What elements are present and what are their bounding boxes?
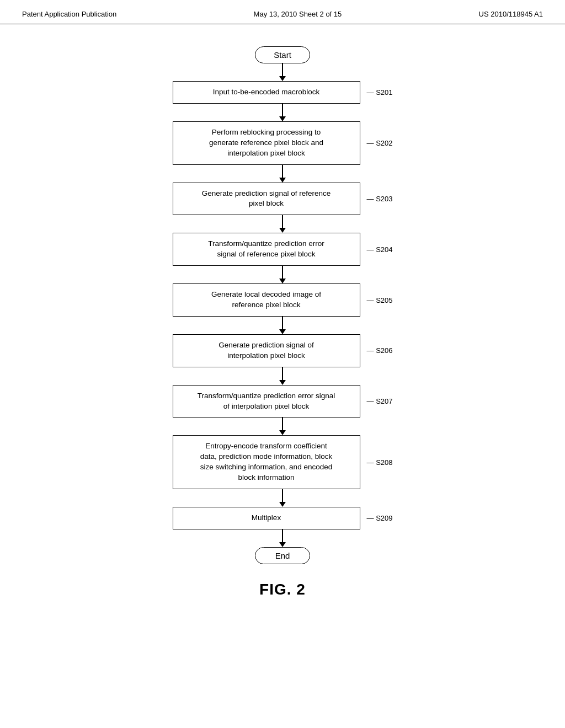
step-label-s205: S205 [367, 296, 393, 304]
arrow-line-5 [282, 317, 283, 329]
start-node: Start [255, 46, 310, 63]
header-right: US 2010/118945 A1 [479, 10, 543, 18]
arrow-line-0 [282, 63, 283, 76]
header-left: Patent Application Publication [22, 10, 116, 18]
arrow-head-0 [279, 76, 286, 81]
node-row-s209: Multiplex S209 [173, 507, 393, 529]
node-row-s202: Perform reblocking processing togenerate… [173, 121, 393, 165]
node-row-s204: Transform/quantize prediction errorsigna… [173, 233, 393, 266]
arrow-5 [279, 317, 286, 334]
arrow-head-4 [279, 279, 286, 283]
arrow-1 [279, 104, 286, 121]
node-row-s206: Generate prediction signal ofinterpolati… [173, 334, 393, 367]
arrow-8 [279, 489, 286, 507]
arrow-head-8 [279, 502, 286, 507]
end-node: End [255, 547, 310, 564]
arrow-head-7 [279, 430, 286, 435]
step-label-s209: S209 [367, 514, 393, 522]
step-label-s208: S208 [367, 458, 393, 467]
arrow-line-1 [282, 104, 283, 116]
header-center: May 13, 2010 Sheet 2 of 15 [254, 10, 342, 18]
arrow-0 [279, 63, 286, 81]
step-label-s201: S201 [367, 88, 393, 97]
arrow-line-2 [282, 165, 283, 178]
page-header: Patent Application Publication May 13, 2… [0, 0, 565, 24]
arrow-line-9 [282, 529, 283, 542]
arrow-line-7 [282, 417, 283, 430]
node-s208: Entropy-encode transform coefficientdata… [173, 435, 360, 489]
arrow-head-5 [279, 329, 286, 334]
arrow-3 [279, 215, 286, 233]
arrow-head-2 [279, 178, 286, 183]
arrow-head-9 [279, 542, 286, 547]
arrow-head-1 [279, 116, 286, 121]
node-s205: Generate local decoded image ofreference… [173, 283, 360, 317]
node-s206: Generate prediction signal ofinterpolati… [173, 334, 360, 367]
diagram-container: Start Input to-be-encoded macroblock S20… [0, 24, 565, 609]
step-label-s202: S202 [367, 139, 393, 147]
node-row-s205: Generate local decoded image ofreference… [173, 283, 393, 317]
node-s209: Multiplex [173, 507, 360, 529]
arrow-head-3 [279, 228, 286, 233]
step-label-s207: S207 [367, 397, 393, 405]
node-row-s208: Entropy-encode transform coefficientdata… [173, 435, 393, 489]
arrow-line-8 [282, 489, 283, 502]
arrow-line-6 [282, 367, 283, 380]
arrow-line-3 [282, 215, 283, 228]
arrow-6 [279, 367, 286, 385]
start-node-row: Start [255, 46, 310, 63]
node-row-s201: Input to-be-encoded macroblock S201 [173, 81, 393, 104]
arrow-9 [279, 529, 286, 547]
node-row-s207: Transform/quantize prediction error sign… [173, 385, 393, 418]
step-label-s203: S203 [367, 195, 393, 203]
arrow-4 [279, 266, 286, 283]
arrow-2 [279, 165, 286, 183]
arrow-7 [279, 417, 286, 435]
node-s204: Transform/quantize prediction errorsigna… [173, 233, 360, 266]
node-s207: Transform/quantize prediction error sign… [173, 385, 360, 418]
node-s203: Generate prediction signal of referencep… [173, 183, 360, 216]
arrow-line-4 [282, 266, 283, 279]
node-row-s203: Generate prediction signal of referencep… [173, 183, 393, 216]
flowchart: Start Input to-be-encoded macroblock S20… [173, 46, 393, 564]
fig-label: FIG. 2 [259, 581, 306, 598]
node-s201: Input to-be-encoded macroblock [173, 81, 360, 104]
node-s202: Perform reblocking processing togenerate… [173, 121, 360, 165]
step-label-s206: S206 [367, 346, 393, 355]
step-label-s204: S204 [367, 245, 393, 254]
end-node-row: End [255, 547, 310, 564]
arrow-head-6 [279, 380, 286, 385]
